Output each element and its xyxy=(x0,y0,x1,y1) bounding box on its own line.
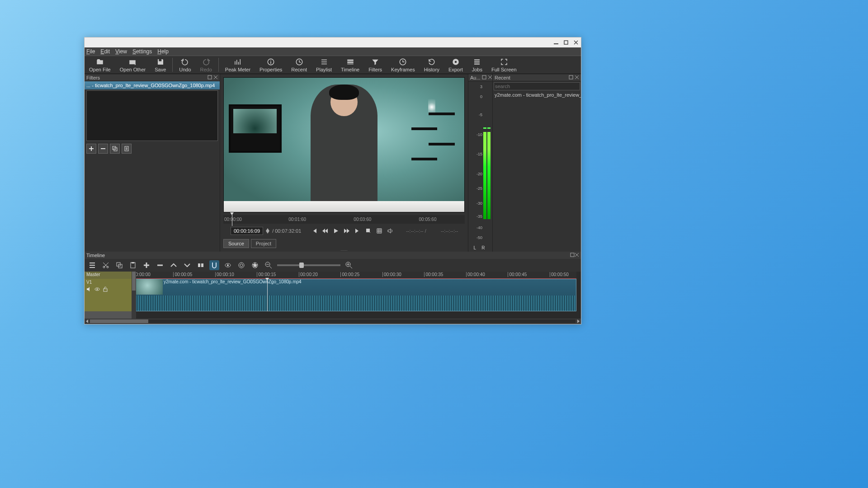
svg-rect-27 xyxy=(201,263,203,267)
maximize-button[interactable] xyxy=(561,38,571,47)
scrub-bar[interactable]: 00:00:00 00:01:60 00:03:60 00:05:60 xyxy=(223,215,465,224)
ripple-button[interactable] xyxy=(236,260,246,270)
timeline-button[interactable]: Timeline xyxy=(336,56,364,74)
master-track-header[interactable]: Master xyxy=(85,272,132,279)
full-screen-button[interactable]: Full Screen xyxy=(487,56,521,74)
app-window: File Edit View Settings Help Open File O… xyxy=(84,37,581,324)
peak-meter-button[interactable]: Peak Meter xyxy=(221,56,255,74)
timeline-tracks[interactable]: y2mate.com - ticwatch_pro_lte_review_GO0… xyxy=(132,279,576,311)
zoom-slider[interactable] xyxy=(277,264,340,266)
menu-view[interactable]: View xyxy=(115,48,127,55)
zoom-slider-knob[interactable] xyxy=(299,263,304,268)
svg-point-31 xyxy=(239,263,244,268)
timeline-vscroll[interactable] xyxy=(132,272,136,319)
svg-point-36 xyxy=(97,289,98,290)
svg-rect-1 xyxy=(564,41,568,44)
remove-filter-button[interactable] xyxy=(98,144,108,154)
open-other-button[interactable]: Open Other xyxy=(115,56,150,74)
menu-edit[interactable]: Edit xyxy=(100,48,110,55)
playlist-button[interactable]: Playlist xyxy=(311,56,336,74)
play-button[interactable] xyxy=(332,227,340,235)
menu-settings[interactable]: Settings xyxy=(132,48,152,55)
filters-panel: Filters ... - ticwatch_pro_lte_review_GO… xyxy=(85,74,220,252)
copy-button[interactable] xyxy=(114,260,124,270)
timeline-playhead[interactable] xyxy=(267,279,268,311)
close-button[interactable] xyxy=(571,38,581,47)
svg-point-29 xyxy=(227,264,229,266)
lift-button[interactable] xyxy=(169,260,179,270)
grid-dropdown[interactable] xyxy=(375,227,383,235)
volume-button[interactable] xyxy=(386,227,394,235)
recent-item[interactable]: y2mate.com - ticwatch_pro_lte_review_... xyxy=(495,92,579,98)
video-preview[interactable] xyxy=(223,77,465,212)
add-filter-button[interactable] xyxy=(86,144,96,154)
panel-close-icon[interactable] xyxy=(486,75,492,80)
recent-button[interactable]: Recent xyxy=(287,56,311,74)
tc-down-icon[interactable] xyxy=(266,231,269,234)
jobs-button[interactable]: Jobs xyxy=(467,56,487,74)
overwrite-button[interactable] xyxy=(182,260,192,270)
scroll-right-icon[interactable] xyxy=(576,319,581,324)
filters-button[interactable]: Filters xyxy=(364,56,387,74)
menu-help[interactable]: Help xyxy=(157,48,169,55)
mute-icon[interactable] xyxy=(86,286,92,293)
window-titlebar xyxy=(85,38,581,47)
timeline-menu-button[interactable] xyxy=(87,260,97,270)
history-button[interactable]: History xyxy=(420,56,444,74)
snap-button[interactable] xyxy=(209,260,219,270)
delete-button[interactable] xyxy=(155,260,165,270)
filters-current-file[interactable]: ... - ticwatch_pro_lte_review_GO0SGOwnZg… xyxy=(85,81,220,89)
cut-button[interactable] xyxy=(101,260,111,270)
append-button[interactable] xyxy=(142,260,151,270)
split-button[interactable] xyxy=(196,260,206,270)
scrub-audio-button[interactable] xyxy=(223,260,233,270)
zoom-out-button[interactable] xyxy=(264,260,274,270)
minimize-button[interactable] xyxy=(551,38,561,47)
panel-float-icon[interactable] xyxy=(567,75,573,80)
timeline-body: Master V1 00:00:00 00:00:05 00:00:10 00:… xyxy=(85,272,581,319)
preview-panel: 00:00:00 00:01:60 00:03:60 00:05:60 00:0… xyxy=(220,74,468,252)
panel-close-icon[interactable] xyxy=(212,75,218,80)
recent-search-input[interactable] xyxy=(494,82,580,90)
panel-gripper[interactable]: ······ xyxy=(223,248,465,252)
skip-end-button[interactable] xyxy=(354,227,362,235)
panel-float-icon[interactable] xyxy=(481,75,486,80)
hscroll-thumb[interactable] xyxy=(90,319,148,323)
panel-close-icon[interactable] xyxy=(575,253,579,258)
paste-button[interactable] xyxy=(128,260,138,270)
keyframes-button[interactable]: Keyframes xyxy=(387,56,420,74)
paste-filter-button[interactable] xyxy=(122,144,132,154)
tab-source[interactable]: Source xyxy=(223,239,249,248)
copy-filter-button[interactable] xyxy=(110,144,120,154)
svg-rect-6 xyxy=(347,60,354,61)
panel-close-icon[interactable] xyxy=(573,75,579,80)
timeline-ruler[interactable]: 00:00:00 00:00:05 00:00:10 00:00:15 00:0… xyxy=(132,272,576,279)
fast-forward-button[interactable] xyxy=(343,227,351,235)
save-button[interactable]: Save xyxy=(150,56,170,74)
transport-bar: 00:00:16:09 / 00:07:32:01 --:--:--:-- / xyxy=(223,225,465,237)
timeline-title: Timeline xyxy=(86,253,105,258)
dock-row: Filters ... - ticwatch_pro_lte_review_GO… xyxy=(85,74,581,252)
timeline-clip[interactable]: y2mate.com - ticwatch_pro_lte_review_GO0… xyxy=(132,279,576,311)
timecode-current[interactable]: 00:00:16:09 xyxy=(231,227,263,235)
filters-list[interactable] xyxy=(86,90,218,141)
tab-project[interactable]: Project xyxy=(251,239,276,248)
lock-icon[interactable] xyxy=(103,286,108,293)
undo-button[interactable]: Undo xyxy=(175,56,195,74)
zoom-in-button[interactable] xyxy=(344,260,354,270)
rewind-button[interactable] xyxy=(321,227,329,235)
ripple-all-button[interactable] xyxy=(250,260,260,270)
redo-button[interactable]: Redo xyxy=(196,56,217,74)
menu-file[interactable]: File xyxy=(86,48,95,55)
properties-button[interactable]: Properties xyxy=(255,56,287,74)
open-file-button[interactable]: Open File xyxy=(85,56,115,74)
skip-start-button[interactable] xyxy=(310,227,318,235)
zoom-dropdown[interactable] xyxy=(364,227,373,235)
export-button[interactable]: Export xyxy=(444,56,467,74)
panel-float-icon[interactable] xyxy=(206,75,212,80)
scroll-left-icon[interactable] xyxy=(85,319,90,324)
panel-float-icon[interactable] xyxy=(570,253,575,258)
video-track-header[interactable]: V1 xyxy=(85,279,132,311)
hide-icon[interactable] xyxy=(94,286,100,293)
timeline-hscroll[interactable] xyxy=(85,319,581,324)
